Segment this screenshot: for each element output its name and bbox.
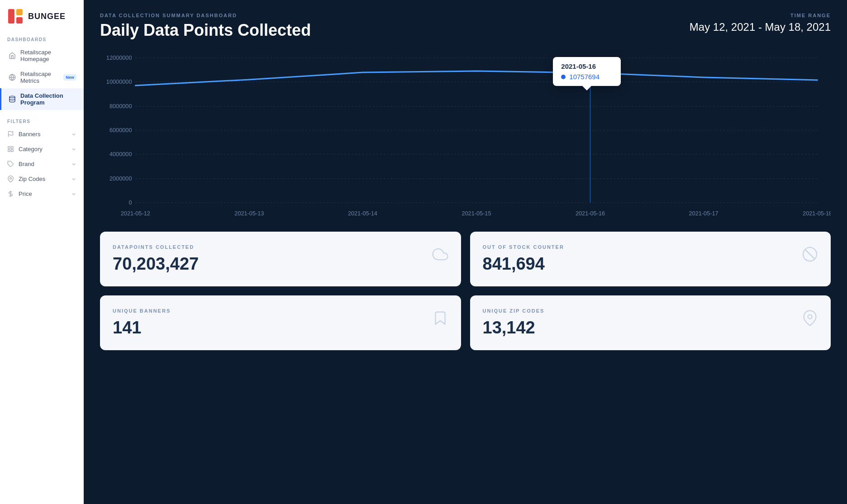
filter-banners-label: Banners [19,131,40,138]
sidebar-item-data-collection[interactable]: Data Collection Program [0,88,84,110]
new-badge: New [63,74,76,81]
chart-tooltip: 2021-05-16 10757694 [553,57,621,86]
svg-rect-1 [16,9,23,15]
sidebar-item-retailscape-metrics[interactable]: Retailscape Metrics New [0,67,84,88]
filter-category[interactable]: Category [0,142,84,157]
svg-text:6000000: 6000000 [109,127,132,133]
globe-icon [9,74,16,81]
svg-point-12 [10,177,12,179]
filter-zip-codes-label: Zip Codes [19,176,45,182]
stat-card-content: UNIQUE BANNERS 141 [113,308,171,338]
tooltip-value: 10757694 [561,73,613,81]
filter-banners[interactable]: Banners [0,127,84,142]
svg-rect-0 [8,9,14,24]
chart-title-area: DATA COLLECTION SUMMARY DASHBOARD Daily … [100,13,311,40]
stat-card-unique-zip-codes: UNIQUE ZIP CODES 13,142 [470,295,831,350]
chevron-down-icon [71,147,76,152]
sidebar-item-retailscape-homepage[interactable]: Retailscape Homepage [0,45,84,67]
svg-text:10000000: 10000000 [106,78,132,85]
sidebar-item-label: Retailscape Metrics [20,71,58,84]
dashboards-section-label: DASHBOARDS [0,33,84,45]
svg-point-5 [10,96,15,98]
time-range-section: TIME RANGE May 12, 2021 - May 18, 2021 [690,13,831,33]
svg-rect-2 [16,17,23,24]
chart-section: DATA COLLECTION SUMMARY DASHBOARD Daily … [84,0,847,232]
stat-card-datapoints: DATAPOINTS COLLECTED 70,203,427 [100,232,461,286]
stat-card-unique-banners: UNIQUE BANNERS 141 [100,295,461,350]
home-icon [9,52,16,59]
sidebar: BUNGEE DASHBOARDS Retailscape Homepage R… [0,0,84,504]
svg-text:2021-05-16: 2021-05-16 [576,210,605,217]
location-icon [802,310,818,326]
chart-svg: 0 2000000 4000000 6000000 8000000 100000… [100,49,831,221]
no-entry-icon [802,246,818,262]
dollar-icon [7,190,14,197]
svg-text:2021-05-18: 2021-05-18 [803,210,831,217]
cloud-icon [432,246,448,262]
filter-price[interactable]: Price [0,186,84,201]
filters-section: FILTERS Banners Category [0,110,84,201]
chevron-down-icon [71,191,76,197]
svg-text:2021-05-12: 2021-05-12 [121,210,150,217]
svg-text:2021-05-13: 2021-05-13 [234,210,264,217]
logo-text: BUNGEE [28,12,66,21]
svg-text:2021-05-17: 2021-05-17 [689,210,719,217]
stat-card-out-of-stock: OUT OF STOCK COUNTER 841,694 [470,232,831,286]
svg-text:2000000: 2000000 [109,175,132,182]
map-pin-icon [7,176,14,182]
stats-cards: DATAPOINTS COLLECTED 70,203,427 OUT OF S… [84,232,847,361]
svg-text:8000000: 8000000 [109,103,132,109]
stat-card-content: UNIQUE ZIP CODES 13,142 [483,308,545,338]
stat-value: 13,142 [483,318,545,338]
database-icon [9,95,16,103]
stat-card-content: DATAPOINTS COLLECTED 70,203,427 [113,244,199,274]
stat-value: 841,694 [483,254,564,274]
bungee-logo-icon [7,8,24,24]
grid-icon [7,146,14,152]
svg-line-37 [805,249,814,259]
stat-card-content: OUT OF STOCK COUNTER 841,694 [483,244,564,274]
filter-price-label: Price [19,190,32,197]
tooltip-date: 2021-05-16 [561,62,613,70]
svg-point-38 [808,315,812,319]
stat-label: DATAPOINTS COLLECTED [113,244,199,250]
svg-text:2021-05-14: 2021-05-14 [348,210,377,217]
svg-rect-8 [11,147,13,148]
chevron-down-icon [71,132,76,137]
tag-icon [7,161,14,167]
svg-text:2021-05-15: 2021-05-15 [462,210,491,217]
filter-category-label: Category [19,146,43,152]
stat-label: UNIQUE ZIP CODES [483,308,545,314]
chevron-down-icon [71,176,76,182]
tooltip-arrow [582,86,591,90]
stat-value: 141 [113,318,171,338]
filter-brand-label: Brand [19,161,34,167]
flag-icon [7,131,14,138]
svg-rect-9 [8,150,10,152]
stat-label: UNIQUE BANNERS [113,308,171,314]
chart-header: DATA COLLECTION SUMMARY DASHBOARD Daily … [100,13,831,40]
time-range-value: May 12, 2021 - May 18, 2021 [690,21,831,33]
filter-brand[interactable]: Brand [0,157,84,171]
svg-rect-10 [11,150,13,152]
svg-text:12000000: 12000000 [106,54,132,61]
sidebar-item-label: Data Collection Program [20,92,76,106]
tooltip-dot [561,75,566,79]
chevron-down-icon [71,162,76,167]
main-content: DATA COLLECTION SUMMARY DASHBOARD Daily … [84,0,847,504]
filter-zip-codes[interactable]: Zip Codes [0,171,84,186]
sidebar-item-label: Retailscape Homepage [20,49,76,62]
filters-label: FILTERS [0,114,84,127]
stat-label: OUT OF STOCK COUNTER [483,244,564,250]
time-range-label: TIME RANGE [690,13,831,18]
stat-value: 70,203,427 [113,254,199,274]
chart-subtitle: DATA COLLECTION SUMMARY DASHBOARD [100,13,311,18]
svg-text:0: 0 [128,199,132,206]
line-chart: 2021-05-16 10757694 [100,49,831,221]
chart-title: Daily Data Points Collected [100,21,311,40]
logo-area: BUNGEE [0,0,84,33]
bookmark-icon [432,310,448,326]
svg-rect-7 [8,147,10,148]
svg-text:4000000: 4000000 [109,151,132,157]
